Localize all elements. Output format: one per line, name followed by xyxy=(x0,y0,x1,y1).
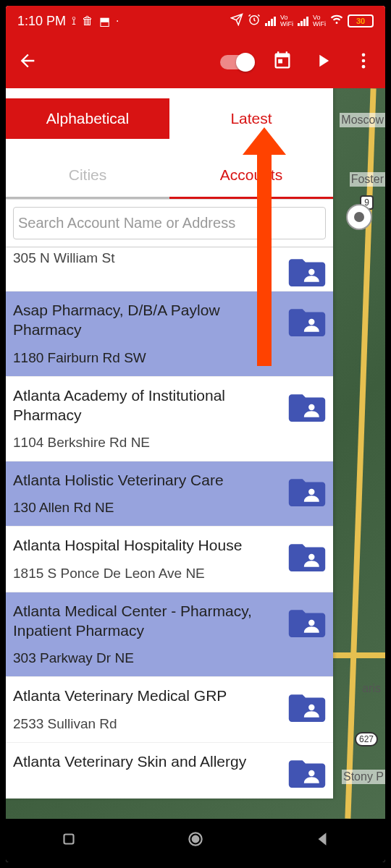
svg-point-4 xyxy=(308,269,314,275)
svg-point-7 xyxy=(308,489,314,495)
account-name: Asap Pharmacy, D/B/A Paylow Pharmacy xyxy=(13,300,288,340)
trash-icon: 🗑 xyxy=(82,14,93,27)
route-marker-627: 627 xyxy=(355,732,378,746)
account-list: 305 N William StAsap Pharmacy, D/B/A Pay… xyxy=(6,247,333,799)
contact-folder-icon[interactable] xyxy=(288,256,326,286)
status-bar: 1:10 PM ⟟ 🗑 ⬒ · VoWiFi VoWiFi 30 xyxy=(6,6,385,36)
vowifi-label-1: VoWiFi xyxy=(280,14,293,27)
list-item[interactable]: 305 N William St xyxy=(6,247,333,292)
filter-tabs: Cities Accounts xyxy=(6,153,333,200)
search-input[interactable] xyxy=(13,207,326,239)
account-address: 130 Allen Rd NE xyxy=(13,500,288,516)
home-button[interactable] xyxy=(186,830,205,851)
filter-tab-accounts[interactable]: Accounts xyxy=(169,153,333,199)
account-name: Atlanta Medical Center - Pharmacy, Inpat… xyxy=(13,601,288,641)
account-address: 303 Parkway Dr NE xyxy=(13,650,288,666)
accounts-panel: Alphabetical Latest Cities Accounts 305 … xyxy=(6,88,333,799)
contact-folder-icon[interactable] xyxy=(288,541,326,571)
map-label-moscow: Moscow xyxy=(340,113,385,127)
account-name: Atlanta Hospital Hospitality House xyxy=(13,535,288,555)
battery-indicator: 30 xyxy=(348,14,374,27)
map-label-stony: Stony P xyxy=(342,770,385,784)
send-icon xyxy=(230,13,243,29)
sort-tab-alphabetical[interactable]: Alphabetical xyxy=(6,98,169,139)
account-name: Atlanta Veterinary Medical GRP xyxy=(13,686,288,705)
list-item[interactable]: Atlanta Veterinary Skin and Allergy xyxy=(6,743,333,799)
play-button[interactable] xyxy=(313,51,333,74)
list-item[interactable]: Asap Pharmacy, D/B/A Paylow Pharmacy1180… xyxy=(6,292,333,377)
account-address: 1104 Berkshire Rd NE xyxy=(13,435,288,451)
account-address: 2533 Sullivan Rd xyxy=(13,716,288,732)
back-button[interactable] xyxy=(17,51,38,74)
recents-button[interactable] xyxy=(59,830,78,851)
filter-tab-cities[interactable]: Cities xyxy=(6,153,169,199)
account-address: 1180 Fairburn Rd SW xyxy=(13,350,288,366)
list-item[interactable]: Atlanta Holistic Veterinary Care130 Alle… xyxy=(6,461,333,527)
svg-point-6 xyxy=(308,404,314,409)
wifi-icon xyxy=(330,13,343,30)
vowifi-label-2: VoWiFi xyxy=(313,14,326,27)
svg-point-2 xyxy=(362,59,366,63)
account-address: 305 N William St xyxy=(13,250,288,266)
account-name: Atlanta Veterinary Skin and Allergy xyxy=(13,752,288,771)
map-label-foster: Foster xyxy=(350,172,385,187)
compass-button[interactable] xyxy=(346,204,372,230)
list-item[interactable]: Atlanta Academy of Institutional Pharmac… xyxy=(6,377,333,462)
map-label-aris: aris xyxy=(361,681,382,696)
svg-point-11 xyxy=(308,770,314,776)
svg-point-5 xyxy=(308,319,314,325)
svg-point-1 xyxy=(362,54,366,57)
svg-point-9 xyxy=(308,620,314,626)
account-name: Atlanta Holistic Veterinary Care xyxy=(13,470,288,490)
contact-folder-icon[interactable] xyxy=(288,692,326,722)
annotation-arrow xyxy=(257,152,272,366)
list-item[interactable]: Atlanta Veterinary Medical GRP2533 Sulli… xyxy=(6,677,333,742)
contact-folder-icon[interactable] xyxy=(288,757,326,788)
search-wrap xyxy=(6,200,333,247)
content-area: Moscow Foster aris Stony P 9 627 Alphabe… xyxy=(6,88,385,819)
download-icon: ⬒ xyxy=(99,14,110,28)
contact-folder-icon[interactable] xyxy=(288,306,326,336)
svg-point-10 xyxy=(308,705,314,710)
signal-bars-icon xyxy=(265,16,276,26)
list-item[interactable]: Atlanta Hospital Hospitality House1815 S… xyxy=(6,527,333,592)
list-item[interactable]: Atlanta Medical Center - Pharmacy, Inpat… xyxy=(6,592,333,678)
contact-folder-icon[interactable] xyxy=(288,391,326,422)
location-pin-icon: ⟟ xyxy=(72,14,76,27)
alarm-icon xyxy=(248,13,261,29)
phone-frame: 1:10 PM ⟟ 🗑 ⬒ · VoWiFi VoWiFi 30 xyxy=(6,6,385,862)
map-toggle[interactable] xyxy=(220,55,252,69)
svg-point-14 xyxy=(193,836,199,843)
system-nav-bar xyxy=(6,819,385,862)
status-time: 1:10 PM xyxy=(17,14,66,29)
account-name: Atlanta Academy of Institutional Pharmac… xyxy=(13,386,288,425)
contact-folder-icon[interactable] xyxy=(288,607,326,637)
overflow-menu-button[interactable] xyxy=(353,51,374,74)
contact-folder-icon[interactable] xyxy=(288,476,326,506)
calendar-button[interactable] xyxy=(272,51,293,74)
svg-point-3 xyxy=(362,65,366,69)
app-bar xyxy=(6,36,385,88)
signal-bars-icon-2 xyxy=(298,16,308,26)
dot-icon: · xyxy=(116,14,119,27)
svg-rect-12 xyxy=(64,835,74,844)
account-address: 1815 S Ponce De Leon Ave NE xyxy=(13,566,288,582)
back-nav-button[interactable] xyxy=(313,830,332,851)
svg-point-8 xyxy=(308,554,314,560)
